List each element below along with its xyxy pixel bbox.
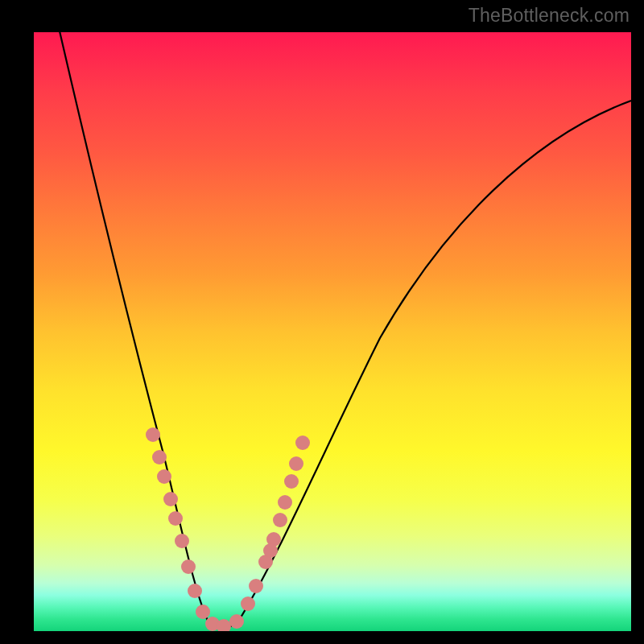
plot-area [34, 32, 631, 631]
sample-dot [295, 436, 310, 450]
chart-stage: TheBottleneck.com [0, 0, 644, 644]
sample-dot [163, 492, 178, 506]
sample-dot [284, 474, 299, 489]
sample-dot [168, 511, 183, 526]
sample-dot [152, 450, 167, 464]
sample-dot [175, 534, 189, 548]
sample-dot [181, 559, 196, 574]
bottleneck-curve-svg [34, 32, 631, 631]
sample-dot [278, 495, 292, 510]
bottleneck-curve [58, 32, 631, 628]
sample-dot [229, 614, 244, 629]
sample-dot [273, 513, 287, 527]
sample-dot [241, 597, 255, 611]
sample-dot [263, 543, 278, 558]
watermark-text: TheBottleneck.com [469, 5, 630, 27]
sample-dot [289, 456, 303, 471]
sample-dot [196, 605, 210, 619]
sample-dot [157, 469, 171, 484]
sample-dot [249, 579, 263, 593]
sample-dot [146, 427, 160, 442]
sample-dot [188, 584, 202, 598]
